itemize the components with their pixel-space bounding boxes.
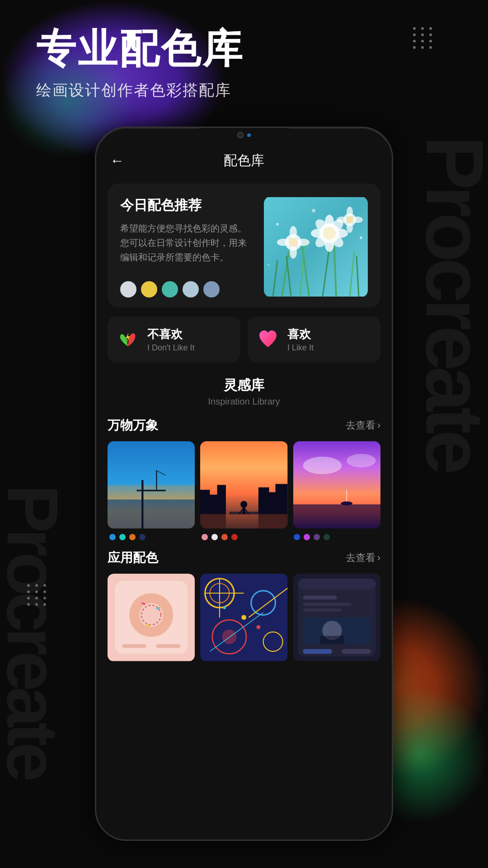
svg-point-21 <box>290 226 297 239</box>
svg-point-84 <box>257 625 261 629</box>
phone-notch <box>199 128 289 142</box>
inspiration-title: 灵感库 <box>96 376 392 395</box>
app-bar: ← 配色库 <box>96 142 392 179</box>
gallery1-dot-1-4 <box>139 534 145 540</box>
svg-point-29 <box>337 217 347 223</box>
gallery1-title: 万物万象 <box>108 417 158 434</box>
like-button-content: 喜欢 I Like It <box>287 326 314 353</box>
svg-rect-96 <box>303 649 332 654</box>
svg-rect-40 <box>136 490 165 491</box>
svg-rect-88 <box>298 579 375 590</box>
svg-point-51 <box>240 501 247 508</box>
svg-point-35 <box>267 264 269 266</box>
page-title: 专业配色库 <box>36 27 244 71</box>
notch-sensor <box>247 133 251 137</box>
color-dot-5[interactable] <box>203 281 220 297</box>
gallery2-item-2[interactable] <box>200 574 287 661</box>
gallery1-dot-1-3 <box>129 534 136 540</box>
svg-point-57 <box>303 457 342 474</box>
svg-point-85 <box>223 606 226 609</box>
today-recommendation-card: 今日配色推荐 希望能方便您寻找色彩的灵感。您可以在日常设计创作时，用来编辑和记录… <box>108 184 380 307</box>
gallery1-grid <box>108 441 380 528</box>
svg-point-30 <box>352 217 363 223</box>
svg-point-24 <box>297 239 310 246</box>
gallery2-item-3[interactable] <box>293 574 380 661</box>
gallery1-dot-3-1 <box>294 534 300 540</box>
svg-point-33 <box>312 209 315 212</box>
page-subtitle: 绘画设计创作者色彩搭配库 <box>36 80 244 101</box>
gallery1-item-1[interactable] <box>108 441 195 528</box>
gallery1-dot-3-2 <box>304 534 310 540</box>
gallery1-dot-3-4 <box>324 534 330 540</box>
svg-point-23 <box>277 239 290 246</box>
like-sublabel: I Like It <box>287 343 314 353</box>
today-card-description: 希望能方便您寻找色彩的灵感。您可以在日常设计创作时，用来编辑和记录所需要的色卡。 <box>120 221 255 274</box>
watermark-left: Procreate <box>0 485 74 778</box>
dots-pattern-top-right <box>413 27 434 49</box>
gallery-header-1: 万物万象 去查看 › <box>108 417 380 434</box>
color-dot-1[interactable] <box>120 281 136 297</box>
gallery-section-1: 万物万象 去查看 › <box>108 417 380 540</box>
svg-rect-90 <box>303 603 351 606</box>
svg-point-28 <box>347 222 353 233</box>
svg-point-83 <box>242 615 247 620</box>
gallery1-item-3[interactable] <box>293 441 380 528</box>
app-bar-title: 配色库 <box>224 151 264 170</box>
gallery1-dot-2-1 <box>202 534 208 540</box>
svg-rect-89 <box>303 596 337 600</box>
gallery2-more-button[interactable]: 去查看 › <box>346 551 380 565</box>
gallery2-title: 应用配色 <box>108 549 158 566</box>
today-card-left: 今日配色推荐 希望能方便您寻找色彩的灵感。您可以在日常设计创作时，用来编辑和记录… <box>120 196 255 297</box>
color-dot-3[interactable] <box>162 281 178 297</box>
notch-camera <box>237 132 244 138</box>
inspiration-section-header: 灵感库 Inspiration Library <box>96 372 392 410</box>
svg-rect-55 <box>200 514 287 528</box>
today-card-image <box>264 196 368 297</box>
like-button[interactable]: 喜欢 I Like It <box>248 316 380 363</box>
svg-rect-70 <box>122 644 146 648</box>
watermark-right: Procreate <box>408 136 488 470</box>
phone-btn-power <box>392 218 393 255</box>
svg-rect-71 <box>156 644 180 648</box>
svg-point-61 <box>341 501 352 505</box>
svg-rect-95 <box>320 636 344 644</box>
gallery1-dot-1-1 <box>109 534 116 540</box>
svg-rect-91 <box>303 609 342 612</box>
action-buttons: 不喜欢 I Don't Like It <box>108 316 380 363</box>
svg-rect-37 <box>108 500 195 528</box>
svg-rect-41 <box>156 470 157 490</box>
dots-pattern-bottom-left <box>27 584 48 606</box>
header-section: 专业配色库 绘画设计创作者色彩搭配库 <box>36 27 244 101</box>
today-card-title: 今日配色推荐 <box>120 196 255 215</box>
svg-point-34 <box>360 236 362 239</box>
dislike-icon <box>117 328 139 351</box>
color-dot-2[interactable] <box>141 281 157 297</box>
inspiration-subtitle: Inspiration Library <box>96 396 392 407</box>
svg-point-22 <box>290 246 297 259</box>
dislike-sublabel: I Don't Like It <box>147 343 194 353</box>
svg-rect-97 <box>342 649 371 654</box>
phone-btn-volume <box>392 268 393 327</box>
dislike-button-content: 不喜欢 I Don't Like It <box>147 326 194 353</box>
gallery1-dot-2-2 <box>211 534 218 540</box>
gallery2-grid <box>108 574 380 661</box>
color-dot-4[interactable] <box>183 281 199 297</box>
svg-point-58 <box>347 454 375 467</box>
dislike-label: 不喜欢 <box>147 326 194 342</box>
phone-inner: ← 配色库 今日配色推荐 希望能方便您寻找色彩的灵感。您可以在日常设计创作时，用… <box>96 142 392 840</box>
svg-point-25 <box>289 238 298 247</box>
gallery1-more-button[interactable]: 去查看 › <box>346 419 380 432</box>
back-button[interactable]: ← <box>110 152 124 169</box>
gallery1-item-2[interactable] <box>200 441 287 528</box>
today-card-colors <box>120 281 255 297</box>
like-icon <box>257 328 279 351</box>
gallery2-item-1[interactable] <box>108 574 195 661</box>
gallery-section-2: 应用配色 去查看 › <box>108 549 380 661</box>
phone-frame: ← 配色库 今日配色推荐 希望能方便您寻找色彩的灵感。您可以在日常设计创作时，用… <box>95 127 393 841</box>
svg-rect-59 <box>293 505 380 529</box>
svg-rect-52 <box>243 507 245 514</box>
dislike-button[interactable]: 不喜欢 I Don't Like It <box>108 316 240 363</box>
svg-rect-39 <box>141 480 143 528</box>
gallery1-dot-1-2 <box>119 534 126 540</box>
svg-point-31 <box>346 216 353 223</box>
